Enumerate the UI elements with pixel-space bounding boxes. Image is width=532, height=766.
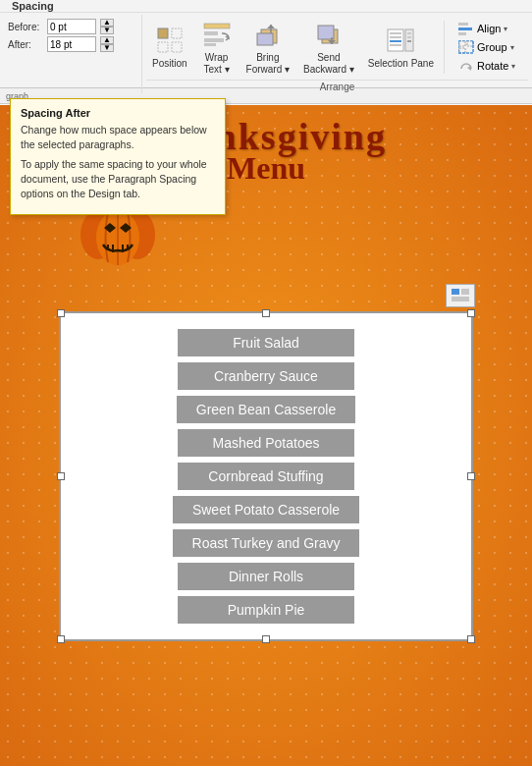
svg-rect-4 [204,24,230,28]
align-chevron: ▾ [504,25,507,33]
menu-item-row: Pumpkin Pie [61,596,471,624]
handle-top-right[interactable] [467,309,475,317]
send-backward-label: SendBackward ▾ [303,52,354,76]
handle-mid-left[interactable] [57,472,65,480]
align-button[interactable]: Align ▾ [452,20,521,37]
selection-pane-button[interactable]: Selection Pane [362,17,440,78]
menu-item: Cornbread Stuffing [178,463,354,490]
handle-bottom-mid[interactable] [262,635,270,643]
after-input[interactable] [47,36,96,52]
menu-item-row: Roast Turkey and Gravy [61,529,471,557]
menu-item: Pumpkin Pie [178,596,354,624]
group-label: Group [477,41,507,53]
menu-item: Sweet Potato Casserole [173,496,359,523]
handle-top-left[interactable] [57,309,65,317]
handle-bottom-right[interactable] [467,635,475,643]
ribbon: Spacing Before: ▲ ▼ After: ▲ ▼ [0,0,532,88]
before-label: Before: [8,22,43,32]
menu-box[interactable]: Fruit SaladCranberry SauceGreen Bean Cas… [59,311,473,641]
menu-item: Dinner Rolls [178,563,354,590]
spacing-group: Before: ▲ ▼ After: ▲ ▼ [0,15,142,93]
position-label: Position [152,58,187,70]
svg-rect-17 [390,32,401,34]
ribbon-section-title: Spacing [4,0,62,12]
tooltip: Spacing After Change how much space appe… [10,98,226,215]
menu-item-row: Sweet Potato Casserole [61,496,471,523]
svg-rect-7 [204,43,216,46]
rotate-icon [458,59,474,73]
svg-rect-43 [452,289,459,295]
ribbon-top-bar: Spacing [0,0,532,13]
handle-top-mid[interactable] [262,309,270,317]
align-icon [458,22,474,35]
svg-rect-18 [390,36,401,38]
svg-rect-1 [158,42,168,52]
svg-rect-3 [172,42,182,52]
svg-rect-26 [458,27,472,30]
menu-item: Green Bean Casserole [177,396,355,423]
group-icon [458,40,474,54]
send-backward-button[interactable]: SendBackward ▾ [297,17,360,78]
svg-rect-20 [390,44,401,46]
arrange-group: Position WrapText ▾ [142,15,532,93]
menu-item-row: Mashed Potatoes [61,429,471,457]
position-button[interactable]: Position [146,17,193,78]
menu-item: Mashed Potatoes [178,429,354,457]
menu-item: Fruit Salad [178,329,354,356]
bring-forward-button[interactable]: BringForward ▾ [240,17,295,78]
ribbon-body: Before: ▲ ▼ After: ▲ ▼ [0,13,532,95]
selection-pane-label: Selection Pane [368,58,434,70]
wrap-text-button[interactable]: WrapText ▾ [195,17,239,78]
svg-rect-9 [257,33,273,45]
arrange-label: Arrange [146,80,528,93]
handle-bottom-left[interactable] [57,635,65,643]
bring-forward-icon [252,19,284,50]
menu-item: Roast Turkey and Gravy [173,529,360,557]
svg-rect-25 [458,23,468,26]
layout-options-icon[interactable] [446,284,475,307]
svg-rect-44 [461,289,469,295]
svg-rect-21 [405,29,413,51]
after-spinner: ▲ ▼ [100,36,114,52]
wrap-text-icon [201,19,233,50]
send-backward-icon [313,19,345,50]
svg-rect-13 [318,26,334,39]
before-row: Before: ▲ ▼ [8,19,133,34]
after-label: After: [8,39,43,50]
handle-mid-right[interactable] [467,472,475,480]
rotate-chevron: ▾ [511,62,515,71]
rotate-label: Rotate [477,60,508,72]
svg-rect-28 [459,41,465,46]
selection-pane-icon [385,25,416,56]
menu-item: Cranberry Sauce [178,362,354,390]
group-button[interactable]: Group ▾ [452,38,521,56]
tooltip-text2: To apply the same spacing to your whole … [21,157,215,200]
svg-rect-2 [172,28,182,38]
align-label: Align [477,23,501,34]
group-chevron: ▾ [510,43,514,52]
before-spinner: ▲ ▼ [100,19,114,34]
after-spin-down[interactable]: ▼ [100,44,114,52]
svg-rect-29 [467,41,473,46]
menu-item-row: Fruit Salad [61,329,471,356]
after-row: After: ▲ ▼ [8,36,133,52]
svg-rect-6 [204,38,224,42]
rotate-button[interactable]: Rotate ▾ [452,57,521,75]
svg-rect-5 [204,31,218,35]
menu-item-row: Dinner Rolls [61,563,471,590]
tooltip-title: Spacing After [21,107,215,119]
menu-item-row: Cornbread Stuffing [61,463,471,490]
svg-marker-32 [467,66,471,71]
svg-rect-27 [458,32,466,35]
right-buttons: Align ▾ Group ▾ [449,17,525,78]
bring-forward-label: BringForward ▾ [246,52,290,76]
tooltip-text1: Change how much space appears below the … [21,123,215,151]
before-input[interactable] [47,19,96,34]
arrange-buttons: Position WrapText ▾ [142,15,532,80]
divider [444,21,445,74]
before-spin-down[interactable]: ▼ [100,27,114,34]
svg-rect-0 [158,28,168,38]
svg-rect-19 [390,40,401,42]
position-icon [154,25,186,56]
svg-rect-45 [452,297,469,301]
